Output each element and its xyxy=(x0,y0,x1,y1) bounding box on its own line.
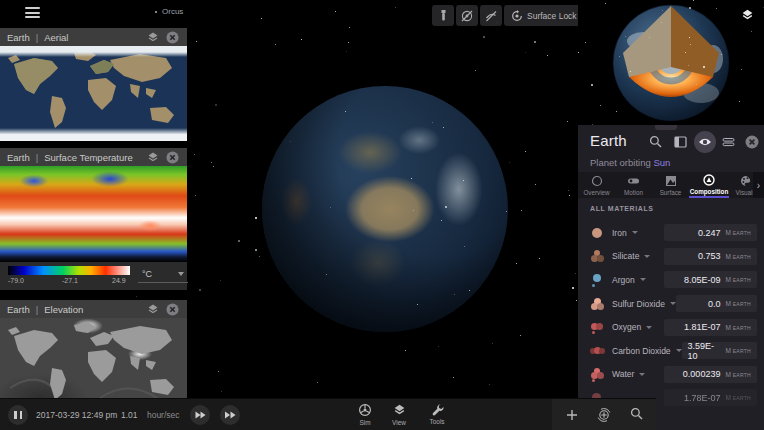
trails-off-button[interactable] xyxy=(480,5,502,26)
chevron-down-icon[interactable] xyxy=(646,326,652,329)
tab-composition[interactable]: Composition xyxy=(689,172,729,198)
material-row-iron: Iron 0.247 M EARTH xyxy=(578,221,764,245)
scale-max: 24.9 xyxy=(112,277,126,284)
bottom-time-bar: 2017-03-29 12:49 pm 1.01 hour/sec Sim xyxy=(0,398,656,430)
sulfur-dioxide-molecule-icon xyxy=(590,297,604,311)
material-value-field[interactable]: 0.000239 M EARTH xyxy=(664,366,757,383)
search-zoom-button[interactable] xyxy=(626,405,646,425)
map-panel-aerial-header: Earth | Aerial xyxy=(0,28,187,46)
tab-bar: Overview Motion Surface Composition Visu… xyxy=(578,172,764,198)
material-value-field[interactable]: 0.0 M EARTH xyxy=(676,295,757,312)
material-value-field[interactable]: 0.753 M EARTH xyxy=(664,248,757,265)
speed-up-button[interactable] xyxy=(220,405,240,425)
layers-icon[interactable] xyxy=(145,301,161,317)
map-object: Earth xyxy=(7,152,30,163)
map-panel-temperature: Earth | Surface Temperature -79.0 -27.1 … xyxy=(0,148,187,290)
interior-cutaway-viewport[interactable] xyxy=(578,0,764,125)
iron-molecule-icon xyxy=(590,226,604,240)
layers-icon[interactable] xyxy=(145,29,161,45)
scale-min: -79.0 xyxy=(8,277,24,284)
close-icon[interactable] xyxy=(164,29,180,45)
view-menu-button[interactable]: View xyxy=(380,403,418,426)
trails-off-icon xyxy=(484,9,498,23)
material-name[interactable]: Argon xyxy=(612,275,635,285)
surface-icon xyxy=(665,175,677,187)
material-name[interactable]: Iron xyxy=(612,228,627,238)
tab-surface[interactable]: Surface xyxy=(652,172,689,198)
material-row-sulfur-dioxide: Sulfur Dioxide 0.0 M EARTH xyxy=(578,292,764,316)
layers-icon[interactable] xyxy=(741,7,754,25)
flashlight-button[interactable] xyxy=(432,5,454,26)
object-label-orcus[interactable]: Orcus xyxy=(155,7,183,16)
tab-motion[interactable]: Motion xyxy=(615,172,652,198)
panel-drag-handle[interactable] xyxy=(655,125,677,130)
sim-menu-button[interactable]: Sim xyxy=(346,403,384,426)
chevron-down-icon[interactable] xyxy=(676,349,682,352)
close-icon[interactable] xyxy=(164,301,180,317)
temperature-gradient-bar xyxy=(8,266,130,275)
map-object: Earth xyxy=(7,32,30,43)
material-name[interactable]: Carbon Dioxide xyxy=(612,346,671,356)
material-value-field[interactable]: 3.59E-10 M EARTH xyxy=(682,342,757,359)
material-row-oxygen: Oxygen 1.81E-07 M EARTH xyxy=(578,315,764,339)
earth-planet[interactable] xyxy=(262,86,508,332)
material-name[interactable]: Oxygen xyxy=(612,322,641,332)
map-panel-temperature-header: Earth | Surface Temperature xyxy=(0,148,187,166)
wrench-icon xyxy=(431,403,444,416)
material-name[interactable]: Water xyxy=(612,369,634,379)
chevron-down-icon[interactable] xyxy=(640,278,646,281)
water-molecule-icon xyxy=(590,367,604,381)
material-value-field[interactable]: 1.81E-07 M EARTH xyxy=(664,319,757,336)
focus-target-button[interactable] xyxy=(594,405,614,425)
pause-button[interactable] xyxy=(8,405,28,425)
surface-lock-button[interactable]: Surface Lock xyxy=(504,5,584,26)
composition-icon xyxy=(703,174,715,186)
flashlight-icon xyxy=(437,9,450,22)
map-layer: Elevation xyxy=(44,304,83,315)
silicate-molecule-icon xyxy=(590,249,604,263)
temperature-map xyxy=(0,166,187,262)
chevron-down-icon[interactable] xyxy=(632,231,638,234)
layers-icon[interactable] xyxy=(145,149,161,165)
material-name[interactable]: Sulfur Dioxide xyxy=(612,299,665,309)
material-value-field[interactable]: 8.05E-09 M EARTH xyxy=(664,271,757,288)
overview-icon xyxy=(591,175,603,187)
carbon-dioxide-molecule-icon xyxy=(590,344,604,358)
close-icon[interactable] xyxy=(164,149,180,165)
orbits-off-button[interactable] xyxy=(456,5,478,26)
sim-icon xyxy=(358,403,372,417)
tab-overview[interactable]: Overview xyxy=(578,172,615,198)
tools-menu-button[interactable]: Tools xyxy=(418,403,456,425)
panel-layout-icon[interactable] xyxy=(673,134,688,149)
material-value-field[interactable]: 1.78E-07 M EARTH xyxy=(664,389,757,406)
app-window: Orcus Surface Lock Ear xyxy=(0,0,764,430)
object-info-panel: Earth Planet orbiting xyxy=(578,125,764,430)
visibility-eye-icon[interactable] xyxy=(694,131,716,153)
properties-list-icon[interactable] xyxy=(721,134,736,149)
material-value-field[interactable]: 0.247 M EARTH xyxy=(664,224,757,241)
orcus-dot-icon xyxy=(155,11,157,13)
header-divider: | xyxy=(36,304,38,315)
parent-body-link[interactable]: Sun xyxy=(653,157,670,168)
tab-scroll-right-chevron-icon[interactable]: › xyxy=(753,172,764,198)
view-layers-icon xyxy=(393,403,406,417)
temperature-unit-dropdown[interactable]: °C xyxy=(138,265,188,283)
chevron-down-icon[interactable] xyxy=(644,255,650,258)
main-menu-icon[interactable] xyxy=(25,7,40,18)
sim-rate-unit: hour/sec xyxy=(147,410,180,420)
surface-lock-icon xyxy=(511,10,523,22)
argon-molecule-icon xyxy=(590,273,604,287)
slow-down-button[interactable] xyxy=(190,405,210,425)
object-subtitle: Planet orbiting Sun xyxy=(590,157,670,168)
sim-rate[interactable]: 1.01 hour/sec xyxy=(121,410,180,420)
search-icon[interactable] xyxy=(648,134,663,149)
orcus-label: Orcus xyxy=(162,7,183,16)
map-layer: Aerial xyxy=(44,32,68,43)
chevron-down-icon[interactable] xyxy=(639,373,645,376)
add-object-button[interactable] xyxy=(562,405,582,425)
sim-date-time: 2017-03-29 12:49 pm xyxy=(36,410,117,420)
materials-list: Iron 0.247 M EARTH Silicate 0.753 M EART… xyxy=(578,221,764,410)
map-panel-elevation: Earth | Elevation xyxy=(0,300,187,414)
close-icon[interactable] xyxy=(744,134,759,149)
material-name[interactable]: Silicate xyxy=(612,251,639,261)
